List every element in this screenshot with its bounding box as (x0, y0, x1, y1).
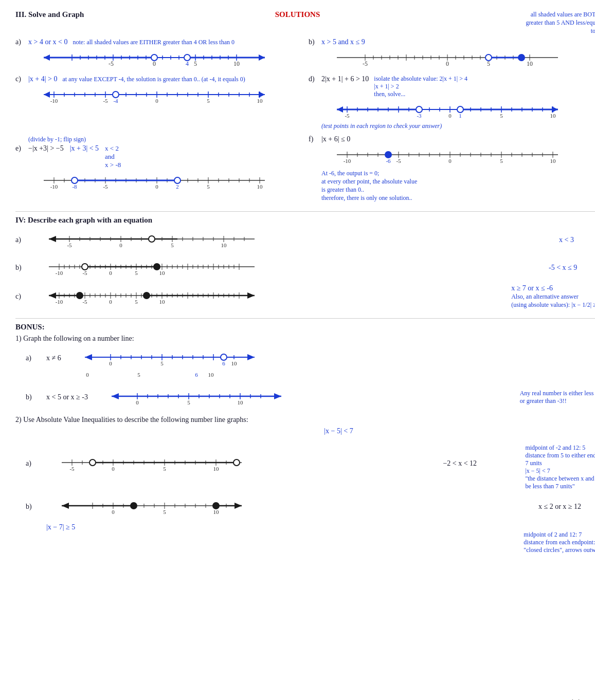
svg-text:-10: -10 (344, 158, 351, 164)
prob-e-step: |x + 3| < 5 (70, 144, 99, 153)
svg-point-252 (82, 264, 88, 270)
bonus-2b-abs: |x − 7| ≥ 5 (46, 523, 75, 531)
svg-text:-10: -10 (56, 270, 63, 276)
svg-text:0: 0 (136, 399, 139, 406)
svg-text:10: 10 (233, 60, 240, 67)
svg-text:1: 1 (459, 113, 462, 119)
svg-text:-5: -5 (82, 270, 87, 276)
svg-text:10: 10 (237, 399, 243, 406)
bonus-2b-label: b) (26, 503, 46, 511)
prob-a-solution: x > 4 or x < 0 (28, 38, 67, 46)
svg-text:2: 2 (176, 183, 179, 190)
prob-f-label: f) (309, 135, 321, 143)
svg-text:10: 10 (213, 509, 220, 515)
svg-point-181 (385, 152, 391, 158)
svg-text:0: 0 (446, 60, 449, 67)
svg-text:10: 10 (550, 113, 556, 119)
svg-text:-5: -5 (109, 60, 114, 67)
svg-text:-5: -5 (103, 183, 108, 190)
svg-point-209 (149, 236, 155, 242)
svg-text:6: 6 (222, 360, 225, 366)
svg-marker-308 (85, 354, 92, 360)
numberline-e: -10 -8 -5 0 2 5 10 (28, 170, 275, 191)
svg-text:0: 0 (109, 270, 112, 276)
iv-c-alt: Also, an alternative answer (using absol… (511, 293, 595, 308)
svg-text:0: 0 (109, 360, 112, 366)
svg-marker-63 (44, 91, 50, 98)
svg-point-253 (154, 264, 160, 270)
numberline-b: -5 0 5 10 (321, 47, 568, 68)
svg-text:-5: -5 (67, 242, 72, 248)
prob-f-problem: |x + 6| ≤ 0 (321, 135, 350, 143)
svg-text:10: 10 (159, 299, 166, 305)
numberline-bonus-1b: 0 5 10 (96, 386, 292, 407)
svg-marker-190 (49, 236, 56, 242)
bonus-1b-label: b) (26, 393, 46, 401)
iv-c-label: c) (15, 292, 33, 301)
svg-text:10: 10 (231, 360, 237, 366)
svg-text:0: 0 (86, 372, 89, 378)
prob-a-note: note: all shaded values are EITHER great… (73, 39, 235, 46)
svg-text:0: 0 (155, 98, 158, 104)
svg-text:10: 10 (159, 270, 166, 276)
svg-text:5: 5 (137, 372, 140, 378)
prob-c-solution: |x + 4| > 0 (28, 75, 57, 83)
numberline-iv-a: -5 0 5 10 (33, 229, 260, 249)
bonus-2b-solution: x ≤ 2 or x ≥ 12 (538, 503, 595, 511)
prob-e-problem: −|x +3| > −5 (28, 144, 64, 153)
svg-text:5: 5 (135, 270, 138, 276)
svg-text:-4: -4 (113, 98, 118, 104)
prob-e-hint: (divide by -1; flip sign) (28, 136, 86, 143)
prob-d-problem: 2|x + 1| + 6 > 10 (321, 75, 369, 83)
svg-text:0: 0 (153, 60, 156, 67)
bonus-2a-label: a) (26, 459, 46, 468)
iv-a-solution: x < 3 (559, 236, 595, 244)
svg-text:0: 0 (112, 509, 115, 515)
svg-text:5: 5 (135, 299, 138, 305)
numberline-iv-c: -10 -5 0 5 10 (33, 285, 260, 306)
svg-text:0: 0 (119, 242, 122, 248)
svg-text:5: 5 (171, 242, 174, 248)
svg-text:-5: -5 (82, 299, 87, 305)
iv-b-label: b) (15, 264, 33, 272)
svg-text:-10: -10 (50, 183, 58, 190)
svg-text:-6: -6 (386, 158, 391, 164)
svg-marker-309 (247, 354, 255, 360)
numberline-iv-b: -10 -5 0 5 10 (33, 256, 260, 277)
svg-point-120 (457, 106, 463, 113)
bonus-title: BONUS: (15, 323, 45, 331)
svg-text:10: 10 (257, 183, 263, 190)
svg-point-396 (213, 503, 219, 509)
bonus-2a-abs: |x − 5| < 7 (324, 427, 353, 435)
prob-c-label: c) (15, 75, 28, 83)
svg-text:10: 10 (257, 98, 263, 104)
bonus-1b-problem: x < 5 or x ≥ -3 (46, 393, 88, 401)
svg-text:5: 5 (207, 98, 210, 104)
numberline-bonus-2b: 0 5 10 (46, 495, 252, 516)
svg-text:-8: -8 (72, 183, 77, 190)
svg-point-57 (518, 54, 525, 61)
svg-marker-333 (112, 393, 119, 399)
prob-f-note: At -6, the output is = 0; at every other… (321, 170, 417, 201)
section3-title: III. Solve and Graph (15, 10, 84, 19)
prob-c-note: at any value EXCEPT -4, the solution is … (62, 76, 245, 83)
prob-d-note: isolate the absolute value: 2|x + 1| > 4… (374, 75, 467, 98)
svg-point-370 (89, 459, 96, 466)
svg-text:10: 10 (550, 158, 556, 164)
prob-b-label: b) (309, 38, 321, 46)
prob-e-solution: x < 2 and x > -8 (105, 144, 121, 169)
svg-text:-5: -5 (103, 98, 108, 104)
svg-text:5: 5 (500, 113, 503, 119)
svg-text:-5: -5 (345, 113, 350, 119)
note-b-top: all shaded values are BOTHgreater than 5… (526, 11, 595, 34)
prob-d-note2: (test points in each region to check you… (321, 122, 442, 130)
numberline-c: -10 -5 -4 0 5 10 (28, 84, 275, 105)
svg-point-86 (113, 91, 119, 98)
numberline-d: -5 -3 0 1 5 10 (321, 99, 568, 120)
svg-text:5: 5 (194, 60, 197, 67)
svg-text:10: 10 (221, 242, 227, 248)
svg-point-119 (416, 106, 422, 113)
svg-text:5: 5 (500, 158, 503, 164)
svg-text:-3: -3 (417, 113, 422, 119)
svg-text:5: 5 (207, 183, 210, 190)
